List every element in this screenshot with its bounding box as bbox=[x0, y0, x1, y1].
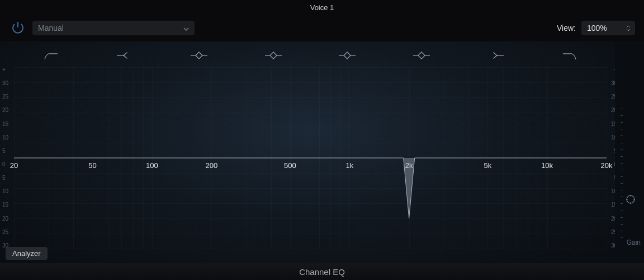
freq-label: 2k bbox=[405, 161, 413, 170]
footer: Channel EQ bbox=[0, 263, 644, 280]
freq-label: 100 bbox=[146, 161, 158, 170]
freq-label: 10k bbox=[541, 161, 553, 170]
freq-label: 20k bbox=[601, 161, 613, 170]
view-label: View: bbox=[557, 24, 576, 32]
band-bell-icon[interactable] bbox=[385, 50, 459, 60]
title-text: Voice 1 bbox=[310, 3, 334, 12]
band-bell-icon[interactable] bbox=[310, 50, 385, 60]
window-title: Voice 1 bbox=[0, 0, 644, 15]
analyzer-button[interactable]: Analyzer bbox=[6, 247, 48, 260]
eq-grid: 20501002005001k2k5k10k20k bbox=[14, 67, 607, 249]
toolbar: Manual View: 100% bbox=[0, 15, 644, 41]
band-bell-icon[interactable] bbox=[236, 50, 311, 60]
preset-select[interactable]: Manual bbox=[32, 21, 195, 35]
band-highpass-icon[interactable] bbox=[14, 50, 88, 60]
gain-label: Gain bbox=[627, 239, 641, 246]
band-icon-row bbox=[14, 47, 607, 64]
band-bell-icon[interactable] bbox=[162, 50, 236, 60]
freq-label: 500 bbox=[284, 161, 296, 170]
plugin-name: Channel EQ bbox=[299, 267, 345, 277]
y-axis-left: +30252015105051015202530 bbox=[0, 67, 14, 249]
freq-label: 200 bbox=[205, 161, 217, 170]
svg-point-0 bbox=[627, 195, 634, 203]
gain-knob[interactable] bbox=[625, 194, 636, 205]
view-zoom-select[interactable]: 100% bbox=[581, 21, 635, 35]
view-zoom-value: 100% bbox=[587, 24, 607, 32]
gain-knob-icon bbox=[625, 194, 636, 205]
freq-label: 1k bbox=[345, 161, 353, 170]
power-icon bbox=[10, 20, 26, 36]
power-button[interactable] bbox=[9, 19, 27, 37]
freq-label: 5k bbox=[484, 161, 491, 170]
gain-ruler bbox=[618, 109, 623, 237]
band-lowpass-icon[interactable] bbox=[533, 50, 607, 60]
gain-strip: Gain bbox=[615, 41, 644, 263]
freq-label: 50 bbox=[88, 161, 96, 170]
band-highshelf-icon[interactable] bbox=[458, 50, 533, 60]
freq-label: 20 bbox=[10, 161, 18, 170]
analyzer-label: Analyzer bbox=[12, 249, 41, 258]
eq-graph[interactable]: +30252015105051015202530 +30252015105051… bbox=[0, 41, 615, 263]
chevron-down-icon bbox=[183, 24, 189, 32]
preset-value: Manual bbox=[38, 24, 64, 32]
band-lowshelf-icon[interactable] bbox=[88, 50, 163, 60]
stepper-icon bbox=[626, 25, 631, 31]
